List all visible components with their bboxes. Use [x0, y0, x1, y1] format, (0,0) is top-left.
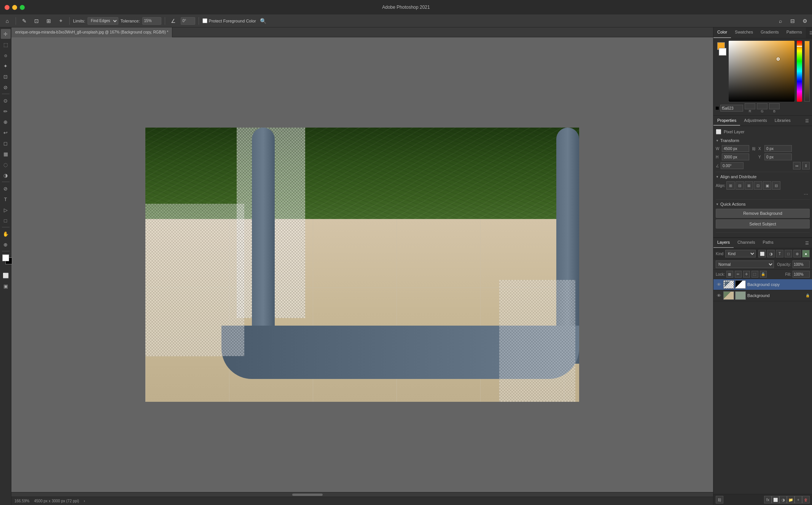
canvas-tab[interactable]: enrique-ortega-miranda-b3xo3WvH_g8-unspl…	[11, 27, 172, 37]
layer-visibility-eye-2[interactable]: 👁	[716, 292, 722, 299]
move-tool[interactable]: ✛	[1, 29, 11, 39]
brush-tool[interactable]: ✏	[1, 106, 11, 116]
tab-patterns[interactable]: Patterns	[783, 27, 806, 38]
layer-item-background[interactable]: 👁 Background 🔒	[713, 290, 812, 301]
layer-link-icon[interactable]: ⛓	[716, 496, 723, 503]
tab-gradients[interactable]: Gradients	[757, 27, 783, 38]
layers-panel-menu-icon[interactable]: ☰	[803, 239, 811, 247]
properties-panel-menu-icon[interactable]: ☰	[803, 117, 811, 125]
search-icon[interactable]: ⌕	[775, 16, 785, 26]
b-input[interactable]: 35	[769, 103, 780, 109]
angle-input[interactable]	[181, 17, 195, 25]
scroll-thumb[interactable]	[292, 494, 323, 496]
select-subject-button[interactable]: Select Subject	[716, 219, 810, 229]
color-panel-menu-icon[interactable]: ☰	[807, 29, 812, 37]
tab-channels[interactable]: Channels	[734, 238, 759, 248]
pixel-filter-icon[interactable]: ⬜	[758, 250, 766, 257]
w-input[interactable]	[722, 145, 749, 152]
history-brush-tool[interactable]: ↩	[1, 128, 11, 137]
tab-layers[interactable]: Layers	[713, 238, 734, 248]
align-section-header[interactable]: ▼ Align and Distribute	[716, 174, 810, 179]
color-gradient-wrapper[interactable]	[729, 41, 794, 102]
dodge-tool[interactable]: ◑	[1, 170, 11, 180]
align-top-btn[interactable]: ⊡	[754, 181, 762, 190]
y-input[interactable]	[764, 153, 792, 160]
tool-options-icon[interactable]: ⊡	[32, 16, 41, 26]
adjustment-filter-icon[interactable]: ◑	[767, 250, 775, 257]
new-group-icon[interactable]: 📁	[787, 496, 794, 503]
marquee-tool[interactable]: ⬚	[1, 40, 11, 50]
more-options-icon[interactable]: ···	[802, 191, 810, 197]
zoom-tool[interactable]: ⊕	[1, 240, 11, 249]
smart-filter-icon[interactable]: ⊕	[793, 250, 801, 257]
canvas-scrollbar[interactable]	[11, 492, 713, 497]
delete-layer-icon[interactable]: 🗑	[802, 496, 810, 503]
add-adjustment-icon[interactable]: ◑	[779, 496, 787, 503]
hand-tool[interactable]: ✋	[1, 229, 11, 239]
align-bottom-btn[interactable]: ⊟	[772, 181, 780, 190]
limits-select[interactable]: Find Edges	[88, 17, 118, 25]
tolerance-input[interactable]	[142, 17, 161, 25]
link-wh-icon[interactable]: ⛓	[751, 145, 757, 152]
canvas-container[interactable]	[11, 37, 713, 492]
spot-heal-tool[interactable]: ⊙	[1, 96, 11, 105]
hue-bar[interactable]	[797, 41, 802, 102]
maximize-button[interactable]	[20, 5, 25, 10]
layer-item-background-copy[interactable]: 👁 Background copy	[713, 279, 812, 290]
tab-adjustments[interactable]: Adjustments	[740, 116, 771, 126]
tab-properties[interactable]: Properties	[713, 116, 740, 126]
h-input[interactable]	[722, 153, 749, 160]
pen-tool[interactable]: ⊘	[1, 184, 11, 193]
color-swatches[interactable]	[2, 254, 9, 261]
shape-tool[interactable]: □	[1, 216, 11, 225]
home-icon[interactable]: ⌂	[2, 16, 12, 26]
opacity-input[interactable]	[793, 260, 810, 268]
lock-image-btn[interactable]: ✏	[735, 271, 742, 278]
align-right-btn[interactable]: ⊠	[745, 181, 753, 190]
add-mask-icon[interactable]: ⬜	[772, 496, 779, 503]
foreground-color-swatch[interactable]	[2, 254, 9, 261]
x-input[interactable]	[764, 145, 792, 152]
screen-mode-btn[interactable]: ▣	[1, 281, 11, 291]
lock-artboard-btn[interactable]: ⬚	[751, 271, 758, 278]
protect-fg-checkbox[interactable]	[202, 18, 207, 23]
tab-libraries[interactable]: Libraries	[771, 116, 794, 126]
eraser-tool[interactable]: ◻	[1, 138, 11, 148]
minimize-button[interactable]	[12, 5, 17, 10]
blur-tool[interactable]: ◌	[1, 160, 11, 169]
type-filter-icon[interactable]: T	[776, 250, 783, 257]
layer-filter-toggle[interactable]: ●	[802, 250, 810, 257]
settings-icon[interactable]: ⚙	[800, 16, 810, 26]
tab-paths[interactable]: Paths	[759, 238, 777, 248]
transform-section-header[interactable]: ▼ Transform	[716, 138, 810, 143]
quick-actions-header[interactable]: ▼ Quick Actions	[716, 202, 810, 206]
blend-mode-select[interactable]: Normal	[716, 260, 774, 268]
eyedropper-tool[interactable]: ⊘	[1, 82, 11, 92]
forward-btn[interactable]: ›	[84, 499, 85, 503]
shape-filter-icon[interactable]: □	[785, 250, 792, 257]
magic-wand-tool[interactable]: ✦	[1, 61, 11, 71]
layer-kind-select[interactable]: Kind	[725, 250, 756, 257]
lasso-tool[interactable]: ⌾	[1, 50, 11, 60]
stamp-tool[interactable]: ⊕	[1, 117, 11, 127]
crop-tool[interactable]: ⊡	[1, 72, 11, 82]
brush-tool-icon[interactable]: ✎	[19, 16, 29, 26]
opacity-bar[interactable]	[804, 41, 810, 102]
remove-background-button[interactable]: Remove Background	[716, 209, 810, 218]
layer-fx-icon[interactable]: fx	[764, 496, 772, 503]
new-layer-icon[interactable]: +	[794, 496, 802, 503]
tool-icon-2[interactable]: ⊞	[44, 16, 54, 26]
gradient-tool[interactable]: ▦	[1, 149, 11, 159]
align-left-btn[interactable]: ⊞	[726, 181, 735, 190]
angle-icon[interactable]: ∠	[169, 16, 178, 26]
flip-v-icon[interactable]: ⇕	[802, 162, 810, 169]
align-center-h-btn[interactable]: ⊟	[736, 181, 744, 190]
protect-fg-label[interactable]: Protect Foreground Color	[202, 18, 256, 23]
lock-all-btn[interactable]: 🔒	[760, 271, 767, 278]
fill-input[interactable]	[793, 271, 810, 278]
layer-visibility-eye-1[interactable]: 👁	[716, 281, 722, 288]
window-controls[interactable]	[5, 5, 25, 10]
align-center-v-btn[interactable]: ▣	[763, 181, 771, 190]
r-input[interactable]: 245	[745, 103, 755, 109]
lock-transparent-btn[interactable]: ▦	[726, 271, 733, 278]
